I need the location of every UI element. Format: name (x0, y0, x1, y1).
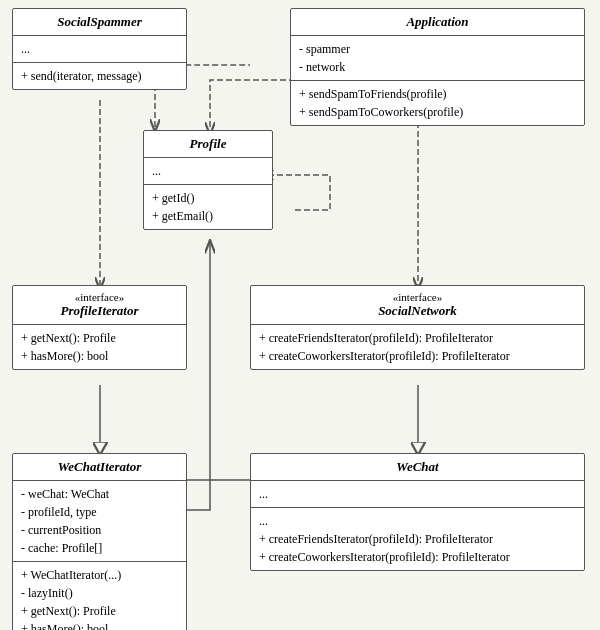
profile-iterator-methods: + getNext(): Profile + hasMore(): bool (13, 325, 186, 369)
uml-diagram: SocialSpammer ... + send(iterator, messa… (0, 0, 600, 630)
wechat-iterator-box: WeChatIterator - weChat: WeChat - profil… (12, 453, 187, 630)
social-spammer-methods: + send(iterator, message) (13, 63, 186, 89)
application-methods: + sendSpamToFriends(profile) + sendSpamT… (291, 81, 584, 125)
social-network-title: «interface» SocialNetwork (251, 286, 584, 325)
wechat-iterator-methods: + WeChatIterator(...) - lazyInit() + get… (13, 562, 186, 630)
profile-attributes: ... (144, 158, 272, 185)
wechat-iterator-title: WeChatIterator (13, 454, 186, 481)
wechat-methods: ... + createFriendsIterator(profileId): … (251, 508, 584, 570)
wechat-box: WeChat ... ... + createFriendsIterator(p… (250, 453, 585, 571)
wechat-attributes: ... (251, 481, 584, 508)
social-spammer-box: SocialSpammer ... + send(iterator, messa… (12, 8, 187, 90)
profile-methods: + getId() + getEmail() (144, 185, 272, 229)
profile-iterator-box: «interface» ProfileIterator + getNext():… (12, 285, 187, 370)
application-attributes: - spammer - network (291, 36, 584, 81)
social-network-methods: + createFriendsIterator(profileId): Prof… (251, 325, 584, 369)
application-title: Application (291, 9, 584, 36)
social-network-box: «interface» SocialNetwork + createFriend… (250, 285, 585, 370)
application-box: Application - spammer - network + sendSp… (290, 8, 585, 126)
wechat-title: WeChat (251, 454, 584, 481)
profile-title: Profile (144, 131, 272, 158)
social-spammer-title: SocialSpammer (13, 9, 186, 36)
wechat-iterator-attributes: - weChat: WeChat - profileId, type - cur… (13, 481, 186, 562)
social-spammer-attributes: ... (13, 36, 186, 63)
profile-iterator-title: «interface» ProfileIterator (13, 286, 186, 325)
profile-box: Profile ... + getId() + getEmail() (143, 130, 273, 230)
